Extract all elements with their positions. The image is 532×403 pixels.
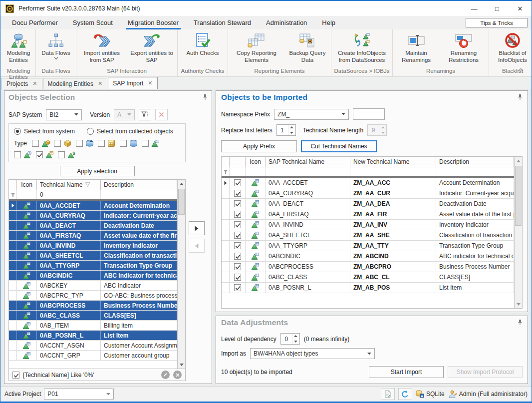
type-filter-datastore[interactable]	[120, 139, 142, 147]
cut-technical-names-button[interactable]: Cut Technical Names	[301, 140, 377, 152]
pin-icon[interactable]	[518, 94, 523, 100]
import-checkbox[interactable]	[234, 284, 241, 291]
right-grid-scrollbar[interactable]	[514, 157, 522, 308]
start-import-button[interactable]: Start Import	[369, 366, 444, 378]
object-row-0AA_CURYRAQ[interactable]: 0AA_CURYRAQIndicator: Current-year acqu.…	[9, 211, 177, 221]
filter-cell-description[interactable]	[101, 190, 177, 199]
ribbon-maintain-renamings[interactable]: Maintain Renamings	[393, 30, 439, 66]
import-row-0AA_CURYRAQ[interactable]: 0AA_CURYRAQZM_AA_CURIndicator: Current-y…	[222, 188, 514, 199]
left-grid-scrollbar[interactable]	[177, 180, 185, 369]
checkbox[interactable]	[58, 151, 65, 158]
ribbon-create-infoobjects-from-datasources[interactable]: Create InfoObjects from DataSources	[332, 30, 392, 66]
ribbon-auth-checks[interactable]: Auth Checks	[178, 30, 227, 66]
filter-settings-button[interactable]	[139, 109, 151, 120]
ribbon-blacklist-of-infoobjects[interactable]: Blacklist of InfoObjects	[490, 30, 532, 66]
move-left-button[interactable]	[189, 239, 205, 253]
object-row-0ABCPRC_TYP[interactable]: 0ABCPRC_TYPCO-ABC: Business process t...	[9, 291, 177, 301]
type-filter-cube[interactable]	[54, 139, 76, 147]
filter-cell-icon[interactable]	[17, 190, 37, 199]
object-row-0AA_FIRSTAQ[interactable]: 0AA_FIRSTAQAsset value date of the first…	[9, 231, 177, 241]
menu-translation-steward[interactable]: Translation Steward	[186, 16, 259, 29]
object-row-0ABCINDIC[interactable]: 0ABCINDICABC indicator for technical o..…	[9, 271, 177, 281]
filter-cell-technical-name[interactable]: 0	[37, 190, 101, 199]
import-as-combo[interactable]: BW/4HANA object types	[250, 348, 375, 359]
import-checkbox[interactable]	[234, 221, 241, 228]
type-filter-multiprovider[interactable]	[76, 139, 98, 147]
technical-name-length-stepper[interactable]: 9	[367, 124, 387, 136]
level-of-dependency-stepper[interactable]: 0	[280, 333, 300, 345]
ribbon-modeling-entities[interactable]: Modeling Entities	[2, 30, 35, 66]
type-filter-infocube[interactable]	[32, 139, 54, 147]
checkbox[interactable]	[32, 140, 39, 147]
object-row-0AB_ITEM[interactable]: 0AB_ITEMBilling item	[9, 321, 177, 331]
close-filter-icon[interactable]	[173, 371, 182, 379]
checkbox[interactable]	[120, 140, 127, 147]
ribbon-data-flows[interactable]: Data Flows	[36, 30, 75, 66]
object-row-0ABC_CLASS[interactable]: 0ABC_CLASSCLASS[ES]	[9, 311, 177, 321]
import-row-0AA_DEACT[interactable]: 0AA_DEACTZM_AA_DEADeactivation Date	[222, 199, 514, 209]
checkbox[interactable]	[36, 151, 43, 158]
ribbon-renaming-restrictions[interactable]: Renaming Restrictions	[439, 30, 488, 66]
tab-close-icon[interactable]: ✕	[32, 80, 37, 87]
column-header-description[interactable]: Description	[101, 180, 177, 190]
radio-select-from-system[interactable]: Select from system	[14, 128, 75, 135]
checkbox[interactable]	[76, 140, 83, 147]
replace-first-letters-stepper[interactable]: 1	[276, 124, 296, 136]
active-project-combo[interactable]: P01	[44, 389, 114, 400]
tab-modeling-entities[interactable]: Modeling Entities✕	[43, 78, 108, 89]
column-header-new-technical-name[interactable]: New Technical Name	[350, 157, 436, 167]
column-header-description[interactable]: Description	[436, 157, 514, 167]
import-row-0ABCPROCESS[interactable]: 0ABCPROCESSZM_ABCPROBusiness Process Num…	[222, 262, 514, 272]
protocol-document-button[interactable]	[381, 388, 395, 400]
tab-close-icon[interactable]: ✕	[98, 80, 102, 87]
radio-select-from-collected-objects[interactable]: Select from collected objects	[87, 128, 173, 135]
maximize-button[interactable]: □	[486, 1, 509, 16]
object-row-0ACCNT_GRP[interactable]: 0ACCNT_GRPCustomer account group	[9, 351, 177, 361]
import-row-0AA_SHEETCL[interactable]: 0AA_SHEETCLZM_AA_SHEClassification of tr…	[222, 230, 514, 241]
ribbon-backup-query-data[interactable]: Backup Query Data	[284, 30, 330, 66]
tab-close-icon[interactable]: ✕	[148, 80, 152, 86]
object-row-0AA_TTYGRP[interactable]: 0AA_TTYGRPTransaction Type Group	[9, 261, 177, 271]
import-checkbox[interactable]	[234, 190, 241, 197]
column-header-icon[interactable]: Icon	[246, 157, 266, 167]
tab-sap-import[interactable]: SAP Import✕	[108, 77, 157, 89]
object-row-0ABCPROCESS[interactable]: 0ABCPROCESSBusiness Process Number	[9, 301, 177, 311]
import-checkbox[interactable]	[234, 242, 241, 249]
namespace-prefix-combo[interactable]: ZM_	[274, 109, 349, 120]
apply-selection-button[interactable]: Apply selection	[60, 166, 135, 176]
type-filter-characteristic-attr[interactable]	[36, 151, 58, 159]
import-checkbox[interactable]	[234, 263, 241, 270]
type-filter-time-characteristic[interactable]	[14, 151, 36, 159]
menu-docu-performer[interactable]: Docu Performer	[4, 16, 65, 29]
user-indicator[interactable]: Admin (Full administrator)	[448, 390, 528, 398]
ribbon-copy-reporting-elements[interactable]: Copy Reporting Elements	[229, 30, 284, 66]
import-row-0AA_TTYGRP[interactable]: 0AA_TTYGRPZM_AA_TTYTransaction Type Grou…	[222, 241, 514, 251]
import-row-0ABCINDIC[interactable]: 0ABCINDICZM_ABCINDABC indicator for tech…	[222, 251, 514, 262]
checkbox[interactable]	[142, 140, 149, 147]
object-row-0AA_SHEETCL[interactable]: 0AA_SHEETCLClassification of transaction…	[9, 251, 177, 261]
tips-tricks-button[interactable]: Tips & Tricks	[466, 18, 528, 27]
show-import-protocol-button[interactable]: Show Import Protocol	[448, 366, 523, 378]
import-row-0ABC_CLASS[interactable]: 0ABC_CLASSZM_ABC_CLCLASS[ES]	[222, 272, 514, 283]
filter-row-funnel-icon[interactable]	[9, 190, 17, 199]
object-row-0ACCNT_ASGN[interactable]: 0ACCNT_ASGNCustomer Account Assignme...	[9, 341, 177, 351]
move-right-button[interactable]	[189, 221, 205, 235]
import-row-0AA_FIRSTAQ[interactable]: 0AA_FIRSTAQZM_AA_FIRAsset value date of …	[222, 209, 514, 220]
column-header-icon[interactable]: Icon	[17, 180, 37, 190]
pin-icon[interactable]	[518, 319, 523, 326]
minimize-button[interactable]: —	[463, 1, 486, 16]
edit-filter-icon[interactable]	[161, 371, 170, 379]
import-checkbox[interactable]	[234, 253, 241, 260]
object-row-0AA_DEACT[interactable]: 0AA_DEACTDeactivation Date	[9, 221, 177, 231]
import-checkbox[interactable]	[234, 200, 241, 207]
menu-migration-booster[interactable]: Migration Booster	[120, 16, 186, 29]
object-row-0AB_POSNR_L[interactable]: 0AB_POSNR_LList Item	[9, 331, 177, 341]
version-combo[interactable]: A	[114, 109, 135, 120]
import-checkbox[interactable]	[234, 232, 241, 239]
filter-enabled-checkbox[interactable]	[12, 372, 19, 379]
import-row-0AA_INVIND[interactable]: 0AA_INVINDZM_AA_INVInventory Indicator	[222, 220, 514, 230]
import-row-0AB_POSNR_L[interactable]: 0AB_POSNR_LZM_AB_POSList Item	[222, 283, 514, 293]
import-checkbox[interactable]	[234, 274, 241, 281]
ribbon-collapse-icon[interactable]	[518, 68, 524, 71]
column-header-checkbox[interactable]	[230, 157, 246, 167]
